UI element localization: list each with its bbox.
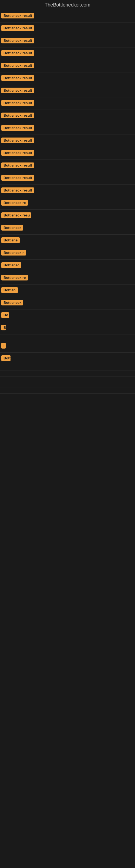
- list-item: Bottleneck resu: [0, 210, 135, 222]
- bottleneck-result-label[interactable]: Bottleneck result: [1, 150, 34, 156]
- list-item: Bottleneck r: [0, 247, 135, 259]
- list-item: Bottleneck: [0, 297, 135, 310]
- list-item: Bottlenec: [0, 259, 135, 272]
- list-item: Bottleneck result: [0, 135, 135, 147]
- list-item: [0, 335, 135, 340]
- bottleneck-result-label[interactable]: Bottlen: [1, 287, 18, 293]
- site-title: TheBottlenecker.com: [0, 0, 135, 10]
- list-item: B: [0, 322, 135, 335]
- list-item: Bottleneck result: [0, 97, 135, 110]
- bottleneck-result-label[interactable]: Bottleneck re: [1, 275, 28, 280]
- list-item: Bottleneck result: [0, 147, 135, 160]
- list-item: Bottleneck result: [0, 185, 135, 197]
- list-item: [0, 399, 135, 405]
- list-item: [0, 371, 135, 376]
- bottleneck-result-label[interactable]: Bottleneck: [1, 225, 23, 230]
- bottleneck-result-label[interactable]: Bottleneck result: [1, 100, 34, 106]
- bottleneck-result-label[interactable]: Bottleneck result: [1, 75, 34, 81]
- bottleneck-result-label[interactable]: Bottleneck re: [1, 200, 28, 206]
- list-item: Bottleneck result: [0, 35, 135, 48]
- list-item: Bottleneck result: [0, 72, 135, 85]
- bottleneck-result-label[interactable]: Bottleneck result: [1, 38, 34, 43]
- bottleneck-result-label[interactable]: Bottleneck r: [1, 250, 26, 255]
- list-item: Bottleneck result: [0, 110, 135, 122]
- bottleneck-result-label[interactable]: Bottleneck result: [1, 175, 34, 181]
- bottleneck-result-label[interactable]: Bottleneck result: [1, 50, 34, 56]
- list-item: Bottleneck re: [0, 272, 135, 284]
- list-item: Bottleneck result: [0, 48, 135, 60]
- list-item: [0, 365, 135, 371]
- list-item: Bottleneck result: [0, 160, 135, 172]
- bottleneck-result-label[interactable]: Bo: [1, 312, 9, 318]
- bottleneck-result-label[interactable]: Bottleneck resu: [1, 212, 31, 218]
- bottleneck-result-label[interactable]: Bottleneck result: [1, 13, 34, 19]
- list-item: Bottlene: [0, 235, 135, 247]
- list-item: Bottleneck result: [0, 85, 135, 97]
- bottleneck-result-label[interactable]: Bottleneck result: [1, 187, 34, 193]
- bottleneck-result-label[interactable]: B: [1, 325, 6, 330]
- bottleneck-result-label[interactable]: Bottleneck result: [1, 137, 34, 143]
- bottleneck-result-label[interactable]: Bottleneck: [1, 300, 23, 305]
- list-item: Bott: [0, 352, 135, 365]
- bottleneck-result-label[interactable]: Bottleneck result: [1, 63, 34, 68]
- list-item: [0, 376, 135, 382]
- bottleneck-result-label[interactable]: Bottlene: [1, 237, 20, 243]
- rows-container: Bottleneck resultBottleneck resultBottle…: [0, 10, 135, 405]
- bottleneck-result-label[interactable]: Bottleneck result: [1, 88, 34, 93]
- list-item: [0, 394, 135, 399]
- bottleneck-result-label[interactable]: Bottleneck result: [1, 125, 34, 131]
- list-item: Bottleneck result: [0, 172, 135, 185]
- bottleneck-result-label[interactable]: Bott: [1, 355, 10, 361]
- list-item: Bottleneck result: [0, 23, 135, 35]
- site-header: TheBottlenecker.com: [0, 0, 135, 10]
- bottleneck-result-label[interactable]: Bottlenec: [1, 262, 21, 268]
- bottleneck-result-label[interactable]: Bottleneck result: [1, 25, 34, 31]
- list-item: I: [0, 340, 135, 352]
- list-item: Bottleneck result: [0, 122, 135, 135]
- list-item: Bottleneck result: [0, 10, 135, 23]
- list-item: Bottleneck re: [0, 197, 135, 210]
- list-item: Bottleneck result: [0, 60, 135, 72]
- bottleneck-result-label[interactable]: I: [1, 343, 6, 348]
- list-item: Bo: [0, 310, 135, 322]
- bottleneck-result-label[interactable]: Bottleneck result: [1, 113, 34, 118]
- list-item: [0, 382, 135, 388]
- list-item: Bottleneck: [0, 222, 135, 235]
- bottleneck-result-label[interactable]: Bottleneck result: [1, 162, 34, 168]
- list-item: [0, 388, 135, 394]
- list-item: Bottlen: [0, 284, 135, 297]
